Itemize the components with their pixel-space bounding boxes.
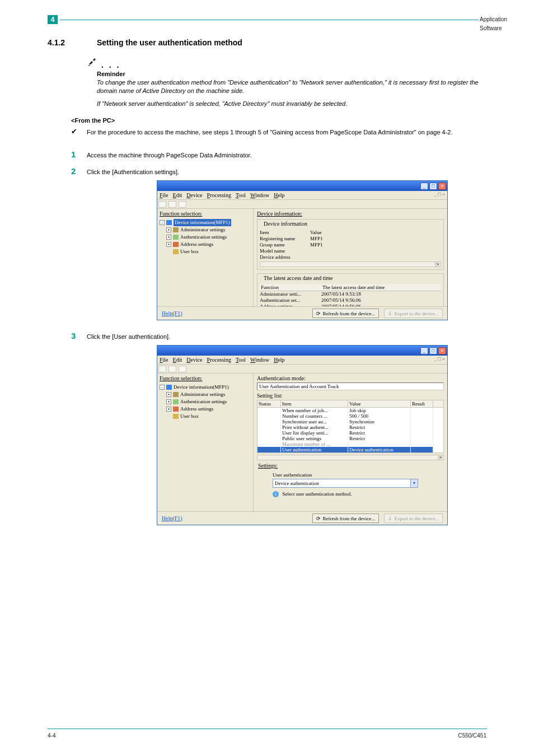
tree-auth[interactable]: + Authentication settings	[160, 398, 251, 405]
step1-text: Access the machine through PageScope Dat…	[87, 151, 487, 160]
right-pane: Device information: Device information I…	[254, 209, 447, 306]
cell: 2007/05/14 9:53:18	[321, 291, 441, 297]
tree-addr[interactable]: + Address settings	[160, 241, 251, 248]
expand-icon[interactable]: +	[166, 392, 171, 397]
tool-icon[interactable]	[179, 201, 186, 208]
tree-auth[interactable]: + Authentication settings	[160, 234, 251, 241]
tree-item-label: Administrator settings	[180, 391, 225, 398]
addr-icon	[173, 407, 179, 412]
tree-device-info[interactable]: - Device information(MFP1)	[160, 384, 251, 391]
admin-icon	[173, 227, 179, 232]
menu-edit[interactable]: Edit	[173, 192, 182, 198]
info-icon: i	[273, 491, 279, 497]
reminder-p1: To change the user authentication method…	[97, 78, 489, 95]
reminder-label: Reminder	[97, 71, 125, 77]
tree-userbox[interactable]: User box	[160, 413, 251, 420]
cell: Restrict	[348, 424, 411, 430]
menubar: File Edit Device Processing Tool Window …	[157, 191, 447, 200]
cell: Public user settings	[281, 436, 348, 441]
expand-icon[interactable]: +	[166, 399, 171, 404]
menu-window[interactable]: Window	[250, 357, 269, 363]
minimize-button[interactable]: _	[420, 347, 428, 354]
tool-icon[interactable]	[179, 366, 186, 372]
tree-admin[interactable]: + Administrator settings	[160, 226, 251, 234]
help-link[interactable]: Help(F1)	[162, 310, 182, 316]
tool-icon[interactable]	[158, 201, 166, 208]
userbox-icon	[173, 249, 179, 254]
export-button: ⇩ Export to the device...	[384, 514, 443, 523]
expand-icon[interactable]: +	[166, 235, 171, 240]
btn-label: Refresh from the device...	[323, 311, 375, 316]
col-status: Status	[257, 400, 281, 407]
tool-icon[interactable]	[158, 366, 166, 372]
tree-item-label: Address settings	[180, 405, 213, 413]
maximize-button[interactable]: □	[429, 183, 437, 190]
setting-list-label: Setting list:	[257, 393, 444, 399]
app-window-device-info: _ □ × File Edit Device Processing Tool W…	[157, 180, 448, 320]
tree-device-info[interactable]: - Device information(MFP1)	[160, 219, 251, 226]
section-number: 4.1.2	[48, 38, 65, 47]
tree-addr[interactable]: + Address settings	[160, 405, 251, 413]
cell: Model name	[260, 248, 310, 254]
titlebar: _ □ ×	[157, 346, 447, 356]
refresh-button[interactable]: ⟳ Refresh from the device...	[312, 514, 379, 523]
close-button[interactable]: ×	[438, 183, 446, 190]
from-pc-head: <From the PC>	[71, 117, 115, 124]
expand-icon[interactable]: +	[166, 227, 171, 232]
toolbar	[157, 200, 447, 209]
setting-list[interactable]: When number of job...Job skip Number of …	[257, 408, 444, 453]
mdi-caption-buttons: _ □ ×	[434, 192, 445, 197]
chevron-down-icon[interactable]: ▾	[410, 479, 418, 487]
menu-help[interactable]: Help	[274, 357, 284, 363]
scroll-right-icon[interactable]: >	[435, 262, 440, 267]
header-right: Application Software	[480, 15, 507, 33]
expand-icon[interactable]: +	[166, 242, 171, 247]
auth-icon	[173, 399, 179, 404]
menubar: File Edit Device Processing Tool Window …	[157, 356, 447, 365]
close-button[interactable]: ×	[438, 347, 446, 354]
col-datetime: The latest access date and time	[321, 284, 441, 291]
user-auth-combo[interactable]: Device authentication ▾	[273, 479, 418, 488]
tool-icon[interactable]	[168, 366, 176, 372]
minimize-button[interactable]: _	[420, 183, 428, 190]
footer-left: 4-4	[48, 732, 55, 739]
combo-value: Device authentication	[275, 480, 319, 486]
menu-tool[interactable]: Tool	[236, 357, 246, 363]
menu-processing[interactable]: Processing	[207, 192, 231, 198]
cell: Device authentication	[348, 447, 411, 452]
menu-help[interactable]: Help	[274, 192, 284, 198]
cell	[348, 441, 411, 447]
scroll-stub[interactable]: >	[257, 455, 444, 460]
tree-userbox[interactable]: User box	[160, 248, 251, 255]
reminder-hand-icon	[87, 56, 99, 67]
scroll-stub[interactable]: >	[260, 262, 441, 267]
refresh-button[interactable]: ⟳ Refresh from the device...	[312, 309, 379, 318]
menu-window[interactable]: Window	[250, 192, 269, 198]
maximize-button[interactable]: □	[429, 347, 437, 354]
tool-icon[interactable]	[168, 201, 176, 208]
cell-user-auth[interactable]: User authentication	[281, 447, 348, 452]
expand-icon[interactable]: +	[166, 407, 171, 412]
scroll-right-icon[interactable]: >	[438, 455, 443, 460]
menu-device[interactable]: Device	[186, 357, 202, 363]
menu-edit[interactable]: Edit	[173, 357, 182, 363]
help-link[interactable]: Help(F1)	[162, 515, 182, 521]
menu-file[interactable]: File	[160, 357, 168, 363]
auth-icon	[173, 235, 179, 240]
menu-file[interactable]: File	[160, 192, 168, 198]
tree-admin[interactable]: + Administrator settings	[160, 391, 251, 398]
menu-processing[interactable]: Processing	[207, 357, 231, 363]
expand-icon[interactable]: -	[160, 385, 165, 390]
chapter-number: 4	[48, 15, 58, 24]
reminder-p2: If "Network server authentication" is se…	[97, 100, 489, 108]
step2-num: 2	[71, 166, 76, 176]
cell: User list display setti...	[281, 430, 348, 436]
tree-item-label: Authentication settings	[180, 234, 227, 241]
menu-device[interactable]: Device	[186, 192, 202, 198]
cell: Maximum number of ...	[281, 441, 348, 447]
function-selection-label: Function selection:	[160, 375, 251, 381]
tree: - Device information(MFP1) + Administrat…	[160, 384, 251, 420]
menu-tool[interactable]: Tool	[236, 192, 246, 198]
expand-icon[interactable]: -	[160, 220, 165, 225]
device-icon	[166, 385, 172, 390]
